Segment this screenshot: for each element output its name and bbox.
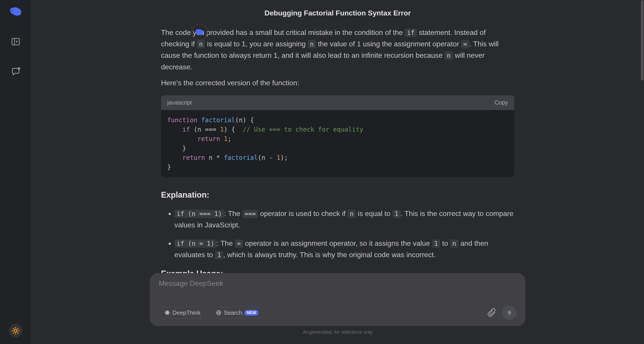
scrollbar-thumb[interactable] [641,0,644,81]
atom-icon [164,310,170,315]
list-item: if (n = 1): The = operator is an assignm… [174,238,514,260]
arrow-up-icon [506,309,513,316]
inline-code-if: if [405,29,417,37]
disclaimer-text: AI-generated, for reference only [150,329,526,335]
input-controls-row: DeepThink Search NEW [159,305,516,320]
sun-icon: 🔆 [12,327,20,334]
new-chat-icon[interactable] [11,67,20,77]
input-area: Message DeepSeek DeepThink [150,273,526,335]
inline-code-one2: 1 [432,239,440,248]
message-placeholder: Message DeepSeek [159,279,516,288]
inline-code-one3: 1 [215,251,223,259]
svg-point-3 [167,312,168,313]
app-logo[interactable] [8,5,24,19]
deepthink-label: DeepThink [172,309,200,316]
search-button[interactable]: Search NEW [210,307,264,319]
search-label: Search [224,309,242,316]
code-body: function factorial(n) { if (n === 1) { /… [161,110,514,177]
paragraph-intro: The code you provided has a small but cr… [161,27,514,73]
inline-code-triple-eq: === [242,210,258,218]
inline-code-assign: = [461,40,469,48]
sidebar: 🔆 [0,0,31,344]
show-sidebar-icon[interactable] [11,37,20,47]
inline-code-n: n [197,40,205,48]
inline-code-n2: n [308,40,316,48]
main-content: Debugging Factorial Function Syntax Erro… [31,0,644,344]
inline-code-assign2: = [235,239,243,248]
inline-code-n5: n [450,239,458,248]
whale-avatar-icon [194,28,205,37]
inline-code-n3: n [444,52,453,60]
code-header: javascript Copy [161,95,514,110]
globe-icon [216,310,222,315]
page-title: Debugging Factorial Function Syntax Erro… [31,9,644,17]
inline-code-n4: n [348,210,356,218]
whale-icon [8,5,24,18]
code-language-label: javascript [167,98,192,107]
message-input-box[interactable]: Message DeepSeek DeepThink [150,273,526,326]
new-badge: NEW [244,310,258,315]
explanation-heading: Explanation: [161,188,514,201]
brightness-button[interactable]: 🔆 [9,324,22,337]
code-block: javascript Copy function factorial(n) { … [161,95,514,177]
svg-rect-1 [12,38,19,45]
svg-point-0 [12,10,12,11]
attachment-button[interactable] [486,307,497,318]
inline-code-correct-if: if (n === 1) [174,210,224,218]
list-item: if (n === 1): The === operator is used t… [174,208,514,231]
scrollbar-track[interactable] [640,0,644,344]
inline-code-wrong-if: if (n = 1) [174,239,217,248]
paperclip-icon [487,308,496,317]
paragraph-corrected: Here's the corrected version of the func… [161,77,514,89]
assistant-avatar [192,24,208,40]
deepthink-button[interactable]: DeepThink [159,307,206,319]
inline-code-one: 1 [392,210,401,218]
explanation-list: if (n === 1): The === operator is used t… [161,208,514,260]
copy-button[interactable]: Copy [494,98,508,107]
send-button[interactable] [502,305,516,320]
svg-point-2 [197,31,198,32]
